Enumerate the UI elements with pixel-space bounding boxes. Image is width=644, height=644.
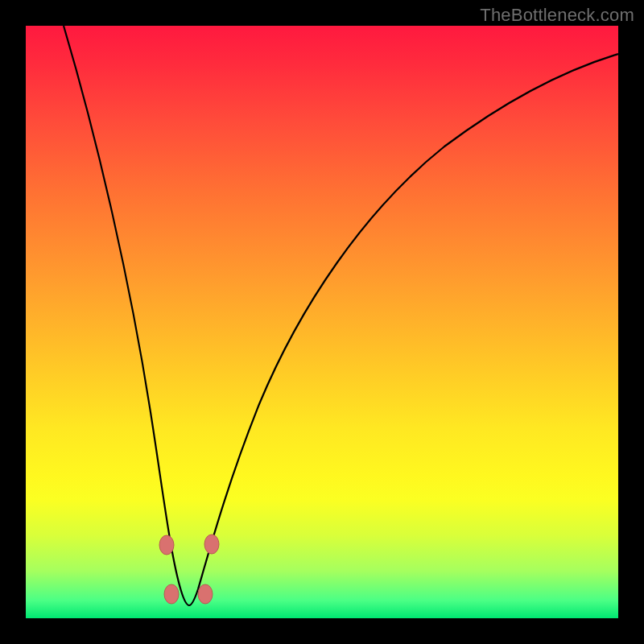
plot-area bbox=[26, 26, 618, 618]
bottleneck-curve bbox=[26, 26, 618, 618]
watermark-text: TheBottleneck.com bbox=[480, 5, 634, 26]
marker-bottom-left bbox=[164, 584, 179, 604]
chart-frame: TheBottleneck.com bbox=[0, 0, 644, 644]
curve-markers bbox=[26, 26, 618, 618]
curve-path bbox=[64, 26, 618, 605]
marker-top-left bbox=[159, 535, 174, 555]
marker-top-right bbox=[204, 535, 219, 554]
marker-bottom-right bbox=[198, 584, 213, 604]
